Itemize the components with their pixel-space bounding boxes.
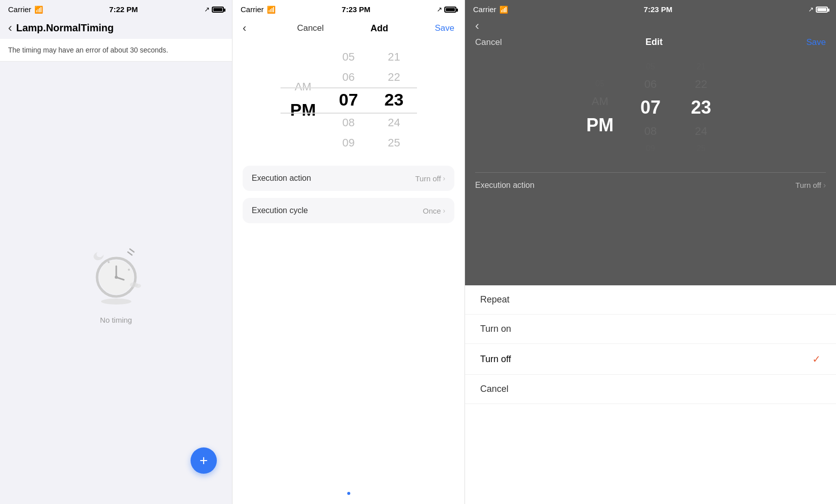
status-bar-1: Carrier 📶 7:22 PM ↗ — [0, 0, 232, 17]
signal-icon-2: ↗ — [437, 6, 442, 13]
svg-line-10 — [128, 252, 132, 255]
battery-icon-1 — [212, 7, 224, 13]
svg-line-11 — [130, 249, 134, 252]
no-timing-label: No timing — [100, 316, 132, 324]
minute-item-3: 24 — [371, 113, 417, 133]
status-icons-2: ↗ — [437, 6, 456, 13]
add-timing-fab[interactable]: + — [191, 447, 217, 474]
action-cards: Execution action Turn off › Execution cy… — [233, 166, 465, 223]
time-picker-3[interactable]: 05 AM PM 05 06 07 08 09 21 22 23 24 25 — [465, 55, 836, 164]
notice-text: The timing may have an error of about 30… — [8, 46, 168, 54]
execution-action-text: Turn off — [415, 174, 441, 183]
dark-ampm-0: 05 — [595, 77, 605, 91]
dark-ampm-1: AM — [592, 91, 609, 112]
svg-point-5 — [115, 276, 118, 279]
chevron-right-icon-2: › — [443, 207, 445, 215]
battery-icon-3: .panel3-top .battery-icon::before{backgr… — [816, 7, 828, 13]
svg-point-12 — [108, 261, 110, 263]
empty-state: No timing — [0, 62, 232, 504]
status-icons-1: ↗ — [204, 6, 224, 13]
minute-column[interactable]: 21 22 23 24 25 — [371, 47, 417, 153]
checkmark-icon: ✓ — [812, 353, 821, 365]
time-picker-2[interactable]: AM PM 05 06 07 08 09 21 22 23 24 25 — [233, 42, 465, 161]
dark-hour-column[interactable]: 05 06 07 08 09 — [625, 60, 676, 156]
dark-hour-0: 05 — [646, 60, 655, 74]
dark-ampm-column[interactable]: 05 AM PM — [575, 77, 625, 138]
dark-hour-2: 07 — [640, 94, 661, 121]
sheet-item-repeat-label: Repeat — [480, 294, 509, 305]
ampm-column[interactable]: AM PM — [281, 77, 326, 123]
panel-edit-sheet: Carrier 📶 7:23 PM ↗ .panel3-top .battery… — [465, 0, 836, 504]
panel3-dark-overlay: Carrier 📶 7:23 PM ↗ .panel3-top .battery… — [465, 0, 836, 285]
cancel-button-2[interactable]: Cancel — [297, 23, 324, 33]
dark-minute-4: 25 — [696, 141, 706, 156]
wifi-icon-1: 📶 — [34, 6, 43, 14]
clock-illustration — [83, 242, 149, 308]
nav-header-1: ‹ Lamp.NormalTiming — [0, 17, 232, 39]
panel-add-timer: Carrier 📶 7:23 PM ↗ ‹ Cancel Add Save AM… — [233, 0, 465, 504]
battery-icon-2 — [444, 7, 456, 13]
edit-nav-bar: Cancel Edit Save — [465, 33, 836, 55]
carrier-label-2: Carrier — [241, 5, 264, 14]
execution-action-label: Execution action — [252, 174, 311, 183]
execution-action-value: Turn off › — [415, 174, 445, 183]
sheet-item-cancel[interactable]: Cancel — [465, 375, 836, 404]
hour-item-0: 05 — [326, 47, 371, 67]
signal-icon-3: ↗ — [808, 6, 814, 13]
dark-execution-label: Execution action — [475, 181, 534, 190]
sheet-item-repeat[interactable]: Repeat — [465, 285, 836, 315]
back-button-1[interactable]: ‹ — [8, 21, 12, 35]
picker-line-top — [281, 87, 417, 88]
execution-cycle-value: Once › — [423, 207, 445, 215]
execution-cycle-card[interactable]: Execution cycle Once › — [243, 198, 454, 223]
add-icon: + — [200, 453, 208, 468]
sheet-item-turn-on[interactable]: Turn on — [465, 315, 836, 344]
hour-item-3: 08 — [326, 113, 371, 133]
dark-execution-row[interactable]: Execution action Turn off › — [475, 172, 826, 198]
hour-item-4: 09 — [326, 133, 371, 153]
edit-title-label: Edit — [645, 37, 663, 47]
minute-item-2: 23 — [371, 87, 417, 113]
time-label-3: 7:23 PM — [644, 5, 673, 14]
time-label-1: 7:22 PM — [109, 5, 138, 14]
dark-minute-0: 21 — [696, 60, 706, 74]
carrier-label-1: Carrier — [8, 5, 31, 14]
save-button-2[interactable]: Save — [435, 23, 454, 33]
action-sheet: Repeat Turn on Turn off ✓ Cancel — [465, 285, 836, 504]
dark-hour-3: 08 — [644, 121, 657, 141]
cancel-button-3[interactable]: Cancel — [475, 37, 502, 47]
page-indicator-2 — [347, 492, 350, 495]
add-title-label: Add — [370, 23, 388, 34]
save-button-3[interactable]: Save — [806, 37, 826, 47]
back-button-2[interactable]: ‹ — [243, 22, 246, 35]
chevron-right-icon-1: › — [443, 174, 445, 182]
sheet-item-turn-off-label: Turn off — [480, 354, 511, 365]
dark-minute-column[interactable]: 21 22 23 24 25 — [676, 60, 726, 156]
hour-item-1: 06 — [326, 67, 371, 87]
sheet-item-cancel-label: Cancel — [480, 384, 508, 394]
dark-execution-value: Turn off › — [796, 181, 826, 190]
page-title-1: Lamp.NormalTiming — [16, 22, 114, 34]
execution-action-card[interactable]: Execution action Turn off › — [243, 166, 454, 191]
carrier-label-3: Carrier — [473, 5, 496, 14]
dark-execution-text: Turn off — [796, 181, 821, 189]
status-bar-2: Carrier 📶 7:23 PM ↗ — [233, 0, 465, 17]
minute-item-4: 25 — [371, 133, 417, 153]
dark-ampm-2: PM — [586, 112, 614, 139]
add-nav-bar: ‹ Cancel Add Save — [233, 17, 465, 42]
minute-item-1: 22 — [371, 67, 417, 87]
dark-hour-4: 09 — [646, 141, 655, 156]
execution-cycle-text: Once — [423, 207, 441, 215]
dark-hour-1: 06 — [644, 74, 657, 94]
minute-item-0: 21 — [371, 47, 417, 67]
hour-column[interactable]: 05 06 07 08 09 — [326, 47, 371, 153]
panel-lamp-timing: Carrier 📶 7:22 PM ↗ ‹ Lamp.NormalTiming … — [0, 0, 233, 504]
sheet-item-turn-off[interactable]: Turn off ✓ — [465, 344, 836, 375]
back-button-3[interactable]: ‹ — [475, 19, 479, 32]
svg-point-9 — [135, 284, 141, 288]
svg-point-13 — [128, 269, 130, 271]
execution-cycle-label: Execution cycle — [252, 206, 308, 215]
picker-line-bottom — [281, 113, 417, 114]
svg-point-0 — [101, 298, 131, 305]
dark-minute-2: 23 — [691, 94, 711, 121]
